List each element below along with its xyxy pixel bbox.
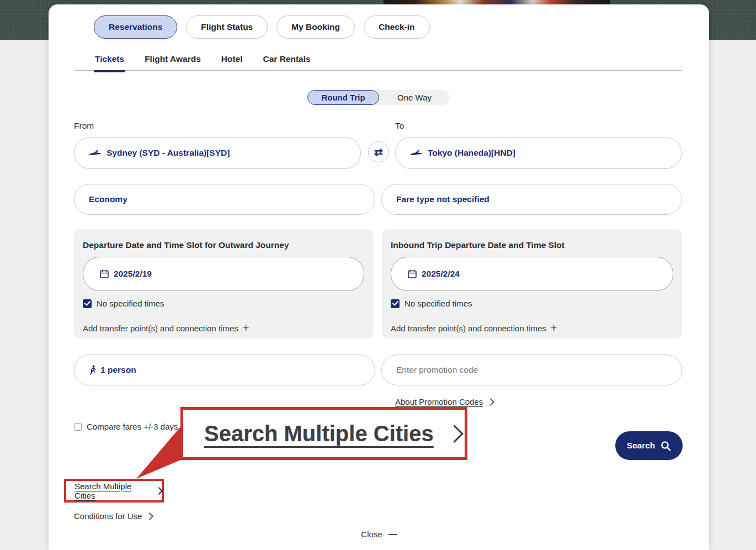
nav-flight-status-button[interactable]: Flight Status xyxy=(186,15,268,39)
search-multiple-cities-link[interactable]: Search Multiple Cities xyxy=(74,482,162,500)
trip-type-toggle: Round Trip One Way xyxy=(307,90,450,105)
to-label: To xyxy=(395,121,404,131)
to-value: Tokyo (Haneda)[HND] xyxy=(428,148,515,158)
callout-magnified-label: Search Multiple Cities xyxy=(204,421,434,446)
from-field[interactable]: Sydney (SYD - Australia)[SYD] xyxy=(74,137,361,169)
outbound-date-value: 2025/2/19 xyxy=(114,269,152,279)
inbound-add-transfer-link[interactable]: Add transfer point(s) and connection tim… xyxy=(391,322,673,334)
nav-check-in-button[interactable]: Check-in xyxy=(364,15,429,39)
person-icon xyxy=(89,365,97,375)
plus-icon: + xyxy=(551,322,557,334)
check-icon xyxy=(392,301,398,306)
callout-arrow xyxy=(136,427,180,480)
plus-icon: + xyxy=(243,322,249,334)
plane-icon xyxy=(410,150,422,156)
swap-icon: ⇄ xyxy=(374,146,383,158)
passengers-value: 1 person xyxy=(100,365,136,375)
search-button[interactable]: Search xyxy=(615,431,683,460)
outbound-no-times-label: No specified times xyxy=(97,299,164,308)
calendar-icon xyxy=(408,269,417,278)
fare-type-value: Fare type not specified xyxy=(396,194,489,204)
outbound-add-transfer-label: Add transfer point(s) and connection tim… xyxy=(83,324,238,333)
tab-flight-awards[interactable]: Flight Awards xyxy=(143,54,202,72)
passengers-field[interactable]: 1 person xyxy=(74,355,375,385)
conditions-for-use-label: Conditions for Use xyxy=(74,511,142,521)
outbound-no-times-checkbox[interactable] xyxy=(83,299,92,308)
promo-code-input[interactable] xyxy=(381,355,682,385)
inbound-date-value: 2025/2/24 xyxy=(422,269,460,279)
trip-option-round-trip[interactable]: Round Trip xyxy=(307,90,379,105)
chevron-right-icon xyxy=(155,486,163,494)
chevron-right-icon xyxy=(487,398,494,405)
tab-hotel[interactable]: Hotel xyxy=(220,54,244,72)
from-label: From xyxy=(74,121,94,131)
inbound-date-panel: Inbound Trip Departure Date and Time Slo… xyxy=(382,229,682,339)
from-value: Sydney (SYD - Australia)[SYD] xyxy=(107,148,230,158)
outbound-add-transfer-link[interactable]: Add transfer point(s) and connection tim… xyxy=(83,322,364,334)
cabin-class-field[interactable]: Economy xyxy=(74,184,375,215)
compare-fares-checkbox[interactable] xyxy=(74,423,82,431)
conditions-for-use-link[interactable]: Conditions for Use xyxy=(74,511,152,521)
minus-icon xyxy=(388,534,397,535)
about-promo-codes-link[interactable]: About Promotion Codes xyxy=(395,397,493,406)
inbound-date-field[interactable]: 2025/2/24 xyxy=(391,257,673,291)
chevron-right-icon xyxy=(146,512,153,520)
inbound-no-times-label: No specified times xyxy=(404,299,472,308)
chevron-right-icon xyxy=(445,425,464,443)
about-promo-codes-label: About Promotion Codes xyxy=(395,397,483,406)
nav-my-booking-button[interactable]: My Booking xyxy=(276,15,355,39)
fare-type-field[interactable]: Fare type not specified xyxy=(381,184,682,215)
plane-icon xyxy=(89,150,101,156)
inbound-panel-title: Inbound Trip Departure Date and Time Slo… xyxy=(391,240,673,250)
inbound-add-transfer-label: Add transfer point(s) and connection tim… xyxy=(391,324,546,333)
close-label: Close xyxy=(361,530,382,539)
outbound-date-panel: Departure Date and Time Slot for Outward… xyxy=(74,229,373,339)
search-multiple-cities-label: Search Multiple Cities xyxy=(74,482,151,500)
trip-option-one-way[interactable]: One Way xyxy=(379,90,450,105)
search-icon xyxy=(661,441,671,451)
tab-car-rentals[interactable]: Car Rentals xyxy=(262,54,312,72)
calendar-icon xyxy=(100,269,109,278)
tab-bar: Tickets Flight Awards Hotel Car Rentals xyxy=(94,54,312,72)
nav-reservations-button[interactable]: Reservations xyxy=(94,15,177,39)
search-button-label: Search xyxy=(627,441,656,451)
callout-target-box: Search Multiple Cities xyxy=(64,479,164,503)
check-icon xyxy=(84,301,90,306)
swap-airports-button[interactable]: ⇄ xyxy=(368,141,389,162)
callout-magnified-box: Search Multiple Cities xyxy=(180,407,467,460)
top-nav: Reservations Flight Status My Booking Ch… xyxy=(94,15,430,39)
to-field[interactable]: Tokyo (Haneda)[HND] xyxy=(395,137,682,169)
close-button[interactable]: Close xyxy=(49,530,709,539)
outbound-panel-title: Departure Date and Time Slot for Outward… xyxy=(83,240,364,250)
cabin-class-value: Economy xyxy=(89,194,127,204)
outbound-date-field[interactable]: 2025/2/19 xyxy=(83,257,364,291)
tab-tickets[interactable]: Tickets xyxy=(94,54,125,72)
booking-modal: Reservations Flight Status My Booking Ch… xyxy=(49,4,709,550)
inbound-no-times-checkbox[interactable] xyxy=(391,299,400,308)
